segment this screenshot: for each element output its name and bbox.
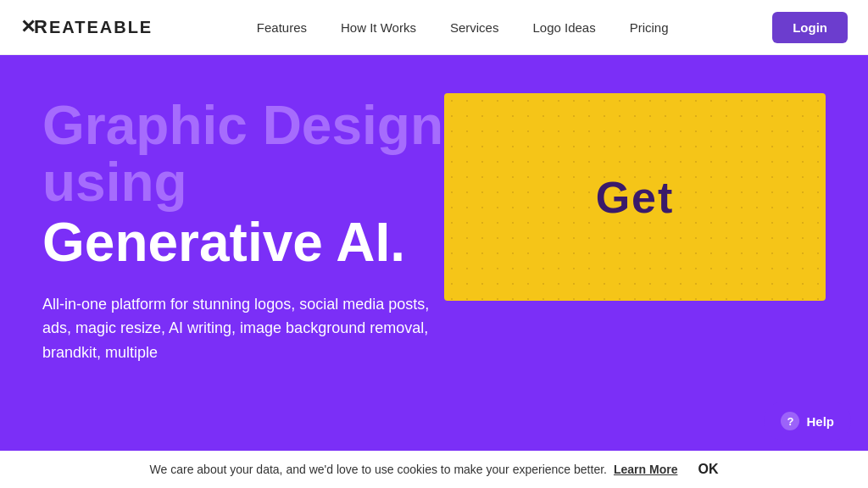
- logo-text: EATEABLE: [49, 18, 153, 37]
- cookie-learn-more[interactable]: Learn More: [614, 463, 677, 476]
- header: ✕R EATEABLE Features How It Works Servic…: [0, 0, 868, 55]
- hero-description: All-in-one platform for stunning logos, …: [42, 292, 432, 365]
- help-button[interactable]: ? Help: [764, 402, 851, 441]
- hero-section: Graphic Design using Generative AI. All-…: [0, 55, 868, 488]
- main-nav: Features How It Works Services Logo Idea…: [257, 20, 669, 35]
- cookie-message: We care about your data, and we'd love t…: [150, 463, 607, 476]
- hero-title-line1: Graphic Design: [42, 97, 443, 154]
- logo-icon: ✕R: [20, 16, 46, 38]
- nav-how-it-works[interactable]: How It Works: [341, 20, 416, 35]
- logo[interactable]: ✕R EATEABLE: [20, 16, 153, 38]
- help-icon: ?: [781, 412, 799, 430]
- hero-text-block: Graphic Design using Generative AI. All-…: [42, 89, 443, 365]
- nav-features[interactable]: Features: [257, 20, 307, 35]
- hero-title-line3: Generative AI.: [42, 214, 443, 271]
- login-button[interactable]: Login: [772, 12, 848, 43]
- cookie-ok-button[interactable]: OK: [698, 462, 718, 477]
- hero-title-line2: using: [42, 154, 443, 211]
- help-label: Help: [806, 414, 834, 429]
- hero-image-card: Get: [444, 93, 826, 301]
- hero-image-text: Get: [596, 172, 675, 223]
- nav-services[interactable]: Services: [450, 20, 499, 35]
- cookie-bar: We care about your data, and we'd love t…: [0, 451, 868, 488]
- nav-pricing[interactable]: Pricing: [630, 20, 669, 35]
- nav-logo-ideas[interactable]: Logo Ideas: [532, 20, 595, 35]
